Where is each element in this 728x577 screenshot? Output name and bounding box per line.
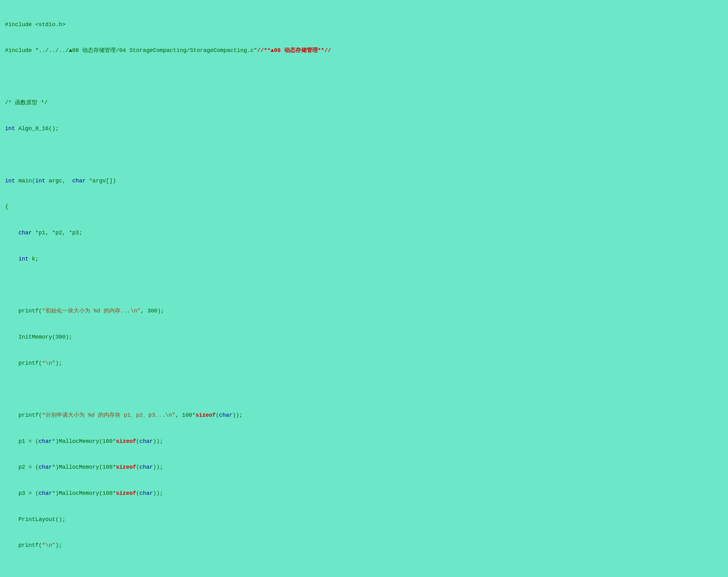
line-comment-proto: /* 函数原型 */ bbox=[5, 99, 723, 107]
code-container: #include <stdio.h> #include “../../../▲0… bbox=[5, 3, 723, 577]
line-printf-alloc: printf(“分别申请大小为 %d 的内存块 p1、p2、p3...\n”, … bbox=[5, 411, 723, 420]
line-blank-1 bbox=[5, 73, 723, 81]
line-printf-newline-2: printf(“\n”); bbox=[5, 541, 723, 550]
line-malloc-p3: p3 = (char*)MallocMemory(100*sizeof(char… bbox=[5, 489, 723, 498]
line-decl-char: char *p1, *p2, *p3; bbox=[5, 229, 723, 237]
line-include-path: #include “../../../▲08 动态存储管理/04 Storage… bbox=[5, 46, 723, 55]
line-decl-int: int k; bbox=[5, 255, 723, 264]
line-printf-newline-1: printf(“\n”); bbox=[5, 359, 723, 368]
line-blank-2 bbox=[5, 151, 723, 159]
line-open-brace-main: { bbox=[5, 203, 723, 211]
line-blank-3 bbox=[5, 281, 723, 290]
line-print-layout-1: PrintLayout(); bbox=[5, 515, 723, 524]
line-include-stdio: #include <stdio.h> bbox=[5, 21, 723, 29]
line-main-sig: int main(int argc, char *argv[]) bbox=[5, 177, 723, 185]
line-malloc-p2: p2 = (char*)MallocMemory(100*sizeof(char… bbox=[5, 463, 723, 472]
line-malloc-p1: p1 = (char*)MallocMemory(100*sizeof(char… bbox=[5, 437, 723, 446]
line-blank-4 bbox=[5, 385, 723, 394]
line-printf-init: printf(“初始化一块大小为 %d 的内存...\n”, 300); bbox=[5, 307, 723, 316]
line-proto: int Algo_8_16(); bbox=[5, 125, 723, 133]
line-blank-5 bbox=[5, 567, 723, 576]
line-init-memory: InitMemory(300); bbox=[5, 333, 723, 342]
